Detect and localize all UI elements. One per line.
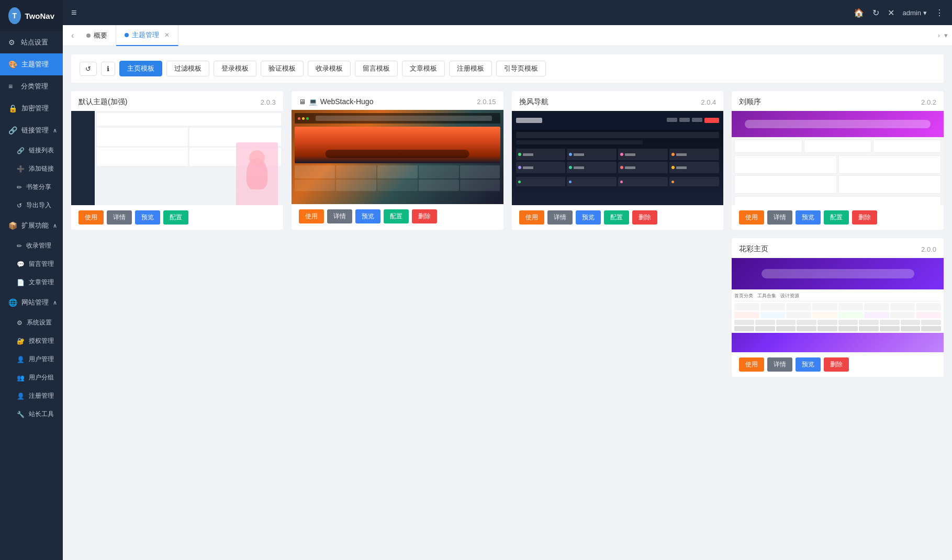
sidebar-item-theme-management[interactable]: 🎨 主题管理 [0,53,63,75]
info-filter-button[interactable]: ℹ [101,62,115,76]
preview-button-default[interactable]: 预览 [135,210,160,225]
sidebar-item-site-settings[interactable]: ⚙ 站点设置 [0,31,63,53]
home-icon[interactable]: 🏠 [854,8,864,18]
theme-version: 2.0.0 [921,245,936,253]
sidebar-item-auth-management[interactable]: 🔐 授权管理 [10,332,63,350]
filter-template-button[interactable]: 过滤模板 [166,61,209,76]
guide-template-button[interactable]: 引导页模板 [496,61,546,76]
tab-theme-management[interactable]: 主题管理 ✕ [116,25,178,46]
delete-button-webstack[interactable]: 删除 [412,209,437,223]
detail-button-huacai[interactable]: 详情 [767,357,792,372]
theme-actions: 使用 详情 预览 配置 删除 [512,205,724,230]
tab-dot-theme [125,33,129,37]
use-button-liu[interactable]: 使用 [739,210,764,225]
theme-card-hufeng: 挽风导航 2.0.4 [512,91,724,230]
refresh-icon[interactable]: ↻ [872,8,879,18]
sidebar-item-label: 注册管理 [29,391,54,400]
use-button-default[interactable]: 使用 [79,210,104,225]
preview-button-hufeng[interactable]: 预览 [576,210,601,225]
sidebar-item-label: 扩展功能 [21,221,49,230]
tabbar: ‹ 概要 主题管理 ✕ › ▾ [63,25,952,46]
sidebar-item-link-management[interactable]: 🔗 链接管理 ∧ [0,119,63,141]
sidebar-sub-link: 🔗 链接列表 ➕ 添加链接 ✏ 书签分享 ↺ 导出导入 [0,141,63,215]
sidebar-item-article-management[interactable]: 📄 文章管理 [10,273,63,292]
login-template-button[interactable]: 登录模板 [214,61,256,76]
collection-template-button[interactable]: 收录模板 [308,61,351,76]
theme-preview-hufeng [512,111,724,205]
menu-toggle-icon[interactable]: ≡ [71,7,77,18]
sidebar-item-bookmark-share[interactable]: ✏ 书签分享 [10,178,63,196]
user-menu[interactable]: admin ▾ [903,9,927,17]
chevron-icon: ∧ [53,222,57,229]
sidebar-item-link-list[interactable]: 🔗 链接列表 [10,141,63,160]
use-button-webstack[interactable]: 使用 [299,209,324,223]
delete-button-huacai[interactable]: 删除 [824,357,849,372]
tab-overview[interactable]: 概要 [78,25,116,46]
add-icon: ➕ [17,165,25,173]
sidebar-sub-website: ⚙ 系统设置 🔐 授权管理 👤 用户管理 👥 用户分组 👤 注册管理 🔧 站长工… [0,313,63,423]
theme-card-header: 花彩主页 2.0.0 [732,238,944,258]
sidebar-item-user-management[interactable]: 👤 用户管理 [10,350,63,368]
more-options-icon[interactable]: ⋮ [935,8,944,18]
use-button-hufeng[interactable]: 使用 [519,210,544,225]
sidebar-item-extend-functions[interactable]: 📦 扩展功能 ∧ [0,215,63,237]
tab-next-icon[interactable]: › [938,31,940,39]
sidebar-item-label: 书签分享 [26,183,51,192]
detail-button-default[interactable]: 详情 [107,210,132,225]
webmaster-icon: 🔧 [17,411,25,418]
close-icon[interactable]: ✕ [888,8,894,18]
delete-button-hufeng[interactable]: 删除 [632,210,657,225]
sidebar-item-website-management[interactable]: 🌐 网站管理 ∧ [0,292,63,313]
sidebar-item-category-management[interactable]: ≡ 分类管理 [0,75,63,97]
config-button-default[interactable]: 配置 [163,210,188,225]
preview-button-huacai[interactable]: 预览 [796,357,821,372]
config-button-webstack[interactable]: 配置 [384,209,409,223]
theme-card-liushunyu: 刘顺序 2.0.2 [732,91,944,230]
sidebar-item-password-management[interactable]: 🔒 加密管理 [0,97,63,119]
detail-button-webstack[interactable]: 详情 [327,209,352,223]
sidebar-item-collection-management[interactable]: ✏ 收录管理 [10,237,63,255]
lock-icon: 🔒 [8,104,17,113]
chevron-icon: ∧ [53,127,57,134]
sidebar-item-add-link[interactable]: ➕ 添加链接 [10,160,63,178]
preview-button-liu[interactable]: 预览 [796,210,821,225]
sidebar-item-webmaster-tools[interactable]: 🔧 站长工具 [10,405,63,423]
tabbar-end: › ▾ [938,31,948,39]
message-template-button[interactable]: 留言模板 [355,61,398,76]
sidebar-logo: T TwoNav [0,0,63,31]
config-button-liu[interactable]: 配置 [824,210,849,225]
use-button-huacai[interactable]: 使用 [739,357,764,372]
theme-name: 默认主题(加强) [79,97,127,107]
delete-button-liu[interactable]: 删除 [852,210,877,225]
sidebar-item-export-import[interactable]: ↺ 导出导入 [10,196,63,215]
sidebar-item-label: 站长工具 [29,410,54,419]
sidebar-item-label: 站点设置 [21,38,48,47]
auth-template-button[interactable]: 验证模板 [261,61,304,76]
website-icon: 🌐 [8,298,17,307]
tab-dropdown-icon[interactable]: ▾ [944,31,948,39]
tab-label: 主题管理 [132,30,159,40]
preview-button-webstack[interactable]: 预览 [355,209,380,223]
refresh-filter-button[interactable]: ↺ [80,62,97,76]
tab-dot-overview [86,33,91,38]
sidebar-item-label: 分类管理 [21,82,48,91]
detail-button-liu[interactable]: 详情 [767,210,792,225]
sidebar-item-label: 主题管理 [21,60,49,69]
theme-name: 挽风导航 [519,97,548,107]
sidebar-item-system-settings[interactable]: ⚙ 系统设置 [10,313,63,332]
sidebar-item-register-management[interactable]: 👤 注册管理 [10,387,63,405]
sidebar-item-message-management[interactable]: 💬 留言管理 [10,255,63,273]
link-icon: 🔗 [8,126,17,135]
homepage-template-button[interactable]: 主页模板 [119,61,162,76]
tab-prev-icon[interactable]: ‹ [67,31,78,40]
sidebar: T TwoNav ⚙ 站点设置 🎨 主题管理 ≡ 分类管理 🔒 加密管理 🔗 链… [0,0,63,560]
theme-actions: 使用 详情 预览 配置 [71,205,283,230]
article-template-button[interactable]: 文章模板 [402,61,445,76]
sidebar-item-user-group[interactable]: 👥 用户分组 [10,368,63,387]
theme-card-header: 🖥 💻 WebStack-Hugo 2.0.15 [292,91,503,110]
detail-button-hufeng[interactable]: 详情 [547,210,573,225]
config-button-hufeng[interactable]: 配置 [604,210,629,225]
register-template-button[interactable]: 注册模板 [449,61,492,76]
tab-close-button[interactable]: ✕ [164,31,170,39]
theme-name: 🖥 💻 WebStack-Hugo [299,97,374,106]
